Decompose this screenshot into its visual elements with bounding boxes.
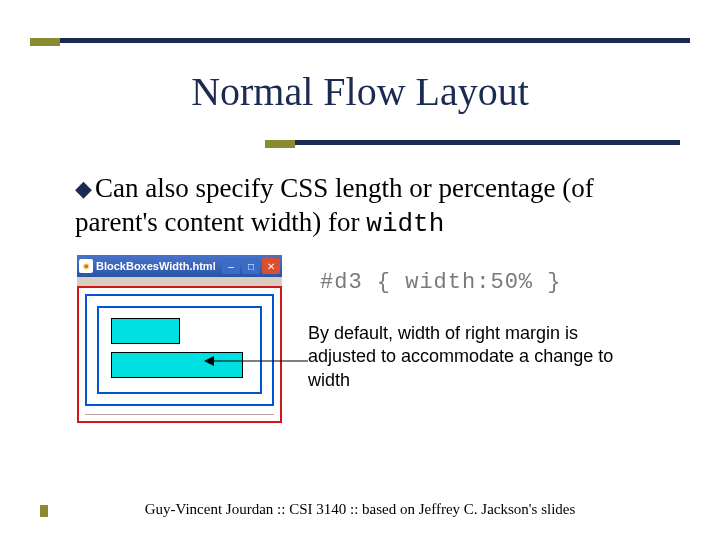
bullet-text: ◆Can also specify CSS length or percenta… xyxy=(75,172,665,240)
close-icon: ✕ xyxy=(262,258,280,274)
box-d2 xyxy=(97,306,262,394)
mid-rule xyxy=(265,140,680,145)
footer-text: Guy-Vincent Jourdan :: CSI 3140 :: based… xyxy=(0,501,720,518)
top-rule xyxy=(30,38,690,43)
address-bar xyxy=(77,277,282,286)
maximize-icon: □ xyxy=(242,258,260,274)
diamond-bullet-icon: ◆ xyxy=(75,175,92,203)
window-titlebar: ✷ BlockBoxesWidth.html - M… – □ ✕ xyxy=(77,255,282,277)
slide-title: Normal Flow Layout xyxy=(0,68,720,115)
bullet-main-text: Can also specify CSS length or percentag… xyxy=(75,173,594,237)
bullet-code: width xyxy=(366,209,444,239)
explanation-text: By default, width of right margin is adj… xyxy=(308,322,638,392)
minimize-icon: – xyxy=(222,258,240,274)
box-d4 xyxy=(111,352,243,378)
window-title: BlockBoxesWidth.html - M… xyxy=(96,260,219,272)
top-accent xyxy=(30,38,60,46)
app-icon: ✷ xyxy=(79,259,93,273)
mid-accent xyxy=(265,140,295,148)
window-buttons: – □ ✕ xyxy=(222,258,280,274)
box-body xyxy=(77,286,282,423)
browser-window-mock: ✷ BlockBoxesWidth.html - M… – □ ✕ xyxy=(77,255,282,423)
css-code-snippet: #d3 { width:50% } xyxy=(320,270,561,295)
body-hr xyxy=(85,414,274,415)
box-d1 xyxy=(85,294,274,406)
box-d3 xyxy=(111,318,180,344)
